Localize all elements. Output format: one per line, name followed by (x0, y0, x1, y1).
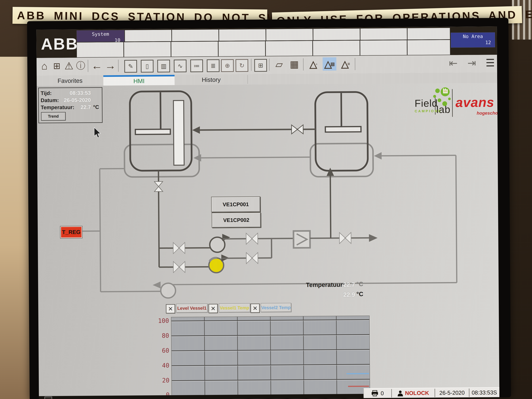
status-time-cell: 08:33:53S (469, 388, 499, 398)
vessel1-bottom-valve[interactable] (154, 182, 163, 187)
datum-label: Datum: (41, 97, 59, 103)
legend-vessel1-temp[interactable]: Vessel1 Temp (219, 303, 250, 312)
legend-checkbox-vessel1-temp[interactable]: ✕ (209, 304, 218, 313)
legend-checkbox-vessel2-temp[interactable]: ✕ (250, 304, 260, 313)
tijd-label: Tijd: (41, 90, 52, 96)
legend-level-vessel1[interactable]: Level Vessel1 (176, 304, 208, 313)
legend-checkbox-level-vessel1[interactable]: ✕ (166, 304, 175, 313)
temperatuur-unit: °C (93, 104, 99, 110)
pump2-suction-valve[interactable] (173, 261, 179, 272)
vessel1-temp-value: 22.7 (343, 281, 355, 288)
avans-logo: avans (456, 95, 494, 110)
ve1cp001-button[interactable]: VE1CP001 (211, 196, 260, 212)
vessel2-feed-arrow (327, 168, 334, 176)
taskbar-window-icon[interactable] (44, 397, 52, 399)
printer-icon (371, 390, 378, 397)
time-info-panel: Tijd: 08:33:53 Datum: 26-05-2020 Tempera… (38, 87, 103, 123)
print-queue-cell[interactable]: 0 (364, 388, 392, 398)
pump1-discharge-valve[interactable] (246, 233, 252, 244)
vessel1-jacket-inlet-arrow (193, 154, 201, 162)
user-icon (397, 390, 403, 396)
vessel1-jacket (124, 144, 199, 177)
fieldlab-avans-logos: Field lab CAMPIONE avans hogeschool (413, 86, 498, 119)
t-reg-controller[interactable]: T_REG (60, 226, 82, 238)
temperatuur-value: 22.7 (81, 104, 91, 110)
vessel1-agitator-paddle (135, 129, 170, 134)
ytick-20: 20 (157, 377, 169, 384)
vessel1-agitator-shaft (160, 92, 161, 129)
legend-vessel2-temp[interactable]: Vessel2 Temp (261, 303, 291, 312)
vessel2-agitator-paddle (325, 127, 361, 132)
monitor: ABB System 10 No Area 12 ⌂ ⊞ ⚠ ⓘ ← → ✎ ▯… (27, 18, 511, 399)
screen: ABB System 10 No Area 12 ⌂ ⊞ ⚠ ⓘ ← → ✎ ▯… (36, 26, 499, 399)
vessel2-temp-value: 22.9 (343, 291, 355, 298)
ve1cp002-button[interactable]: VE1CP002 (212, 212, 261, 228)
lock-state: NOLOCK (405, 390, 429, 396)
trend-button[interactable]: Trend (41, 112, 66, 120)
jacket2-inlet-arrow (374, 152, 382, 159)
tijd-value: 08:33:53 (70, 90, 91, 96)
ytick-80: 80 (157, 332, 169, 339)
ytick-60: 60 (157, 347, 169, 354)
status-date-cell: 26-5-2020 (435, 388, 469, 398)
avans-logo-sub: hogeschool (477, 110, 499, 116)
print-count: 0 (381, 390, 384, 397)
mouse-cursor (94, 127, 102, 138)
temperature-readout-label: Temperatuur: (306, 281, 345, 288)
status-time: 08:33:53S (472, 389, 497, 396)
vessel1-level-gauge (173, 100, 184, 165)
vessel2-agitator-shaft (341, 93, 342, 127)
datum-value: 26-05-2020 (64, 97, 91, 103)
circulation-pump[interactable] (161, 283, 176, 298)
vessel1-temp-unit: °C (356, 280, 363, 287)
pump1-suction-valve[interactable] (173, 242, 179, 253)
trace-level-vessel1 (348, 386, 369, 387)
ytick-100: 100 (157, 317, 169, 324)
vessel2-jacket (310, 143, 373, 177)
temperatuur-label: Temperatuur: (41, 104, 74, 110)
status-date: 26-5-2020 (439, 390, 465, 396)
vessel2-temp-unit: °C (356, 290, 363, 298)
status-bar: 0 NOLOCK 26-5-2020 08:33:53S (363, 387, 499, 398)
ytick-40: 40 (157, 362, 169, 369)
fieldlab-logo-sub: CAMPIONE (415, 109, 442, 113)
pump2-discharge-valve[interactable] (246, 253, 252, 264)
trace-vessel2-temp (347, 373, 369, 374)
transfer-valve[interactable] (291, 125, 298, 134)
trend-plot-area (171, 316, 370, 396)
outlet-arrow (369, 234, 378, 242)
vessel1-inlet-arrow (192, 127, 200, 134)
user-lock-cell[interactable]: NOLOCK (392, 388, 435, 398)
outlet-valve[interactable] (339, 233, 345, 244)
fieldlab-dots-icon (429, 87, 456, 109)
